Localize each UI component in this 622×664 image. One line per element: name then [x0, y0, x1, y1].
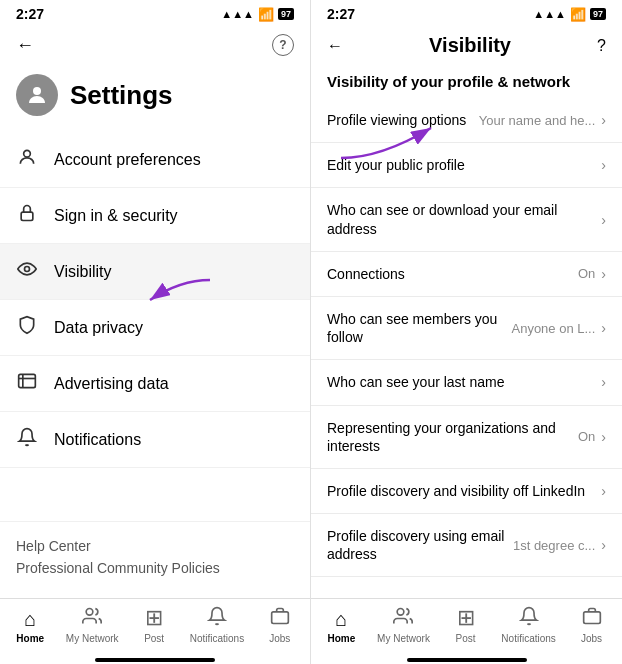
- chevron-profile-viewing: ›: [601, 112, 606, 128]
- help-button-left[interactable]: ?: [272, 34, 294, 56]
- wifi-icon: 📶: [258, 7, 274, 22]
- home-tab-icon-left: ⌂: [24, 608, 36, 631]
- visibility-item-members-follow[interactable]: Who can see members you follow Anyone on…: [311, 297, 622, 360]
- item-right-discovery-email: 1st degree c... ›: [513, 537, 606, 553]
- item-label-members-follow: Who can see members you follow: [327, 310, 511, 346]
- item-label-last-name: Who can see your last name: [327, 373, 601, 391]
- home-tab-label-left: Home: [16, 633, 44, 644]
- account-icon: [16, 147, 38, 172]
- tab-post-left[interactable]: ⊞ Post: [129, 605, 179, 644]
- advertising-label: Advertising data: [54, 375, 169, 393]
- jobs-tab-icon-left: [270, 606, 290, 631]
- item-right-email: ›: [601, 212, 606, 228]
- chevron-last-name: ›: [601, 374, 606, 390]
- home-tab-icon-right: ⌂: [335, 608, 347, 631]
- menu-item-security[interactable]: Sign in & security: [0, 188, 310, 244]
- post-tab-icon-right: ⊞: [457, 605, 475, 631]
- security-icon: [16, 203, 38, 228]
- visibility-list: Profile viewing options Your name and he…: [311, 98, 622, 598]
- battery-right: 97: [590, 8, 606, 20]
- menu-item-advertising[interactable]: Advertising data: [0, 356, 310, 412]
- status-bar-right: 2:27 ▲▲▲ 📶 97: [311, 0, 622, 26]
- community-policies-link[interactable]: Professional Community Policies: [16, 560, 294, 576]
- home-indicator-left: [95, 658, 215, 662]
- svg-point-1: [24, 150, 31, 157]
- visibility-item-discovery-off[interactable]: Profile discovery and visibility off Lin…: [311, 469, 622, 514]
- home-tab-label-right: Home: [327, 633, 355, 644]
- security-label: Sign in & security: [54, 207, 178, 225]
- tab-notifications-left[interactable]: Notifications: [190, 606, 244, 644]
- settings-header: Settings: [0, 64, 310, 132]
- account-label: Account preferences: [54, 151, 201, 169]
- chevron-discovery-off: ›: [601, 483, 606, 499]
- settings-title: Settings: [70, 80, 173, 111]
- tab-jobs-left[interactable]: Jobs: [255, 606, 305, 644]
- wifi-icon-right: 📶: [570, 7, 586, 22]
- tab-jobs-right[interactable]: Jobs: [567, 606, 617, 644]
- network-tab-label-right: My Network: [377, 633, 430, 644]
- item-label-profile-viewing: Profile viewing options: [327, 111, 479, 129]
- chevron-public-profile: ›: [601, 157, 606, 173]
- notifications-tab-label-right: Notifications: [501, 633, 555, 644]
- visibility-page-title: Visibility: [429, 34, 511, 57]
- notifications-tab-label-left: Notifications: [190, 633, 244, 644]
- visibility-item-email[interactable]: Who can see or download your email addre…: [311, 188, 622, 251]
- jobs-tab-label-right: Jobs: [581, 633, 602, 644]
- menu-list: Account preferences Sign in & security V…: [0, 132, 310, 521]
- right-panel: 2:27 ▲▲▲ 📶 97 ← Visibility ? Visibility …: [311, 0, 622, 664]
- data-icon: [16, 315, 38, 340]
- visibility-item-public-profile[interactable]: Edit your public profile ›: [311, 143, 622, 188]
- network-tab-icon-left: [82, 606, 102, 631]
- item-right-members-follow: Anyone on L... ›: [511, 320, 606, 336]
- advertising-icon: [16, 371, 38, 396]
- tab-home-left[interactable]: ⌂ Home: [5, 608, 55, 644]
- item-label-discovery-email: Profile discovery using email address: [327, 527, 513, 563]
- menu-item-notifications[interactable]: Notifications: [0, 412, 310, 468]
- item-label-discovery-off: Profile discovery and visibility off Lin…: [327, 482, 601, 500]
- visibility-icon: [16, 259, 38, 284]
- tab-notifications-right[interactable]: Notifications: [501, 606, 555, 644]
- chevron-members-follow: ›: [601, 320, 606, 336]
- tab-network-right[interactable]: My Network: [377, 606, 430, 644]
- chevron-organizations: ›: [601, 429, 606, 445]
- visibility-item-discovery-email[interactable]: Profile discovery using email address 1s…: [311, 514, 622, 577]
- visibility-item-profile-viewing[interactable]: Profile viewing options Your name and he…: [311, 98, 622, 143]
- item-right-profile-viewing: Your name and he... ›: [479, 112, 606, 128]
- help-center-link[interactable]: Help Center: [16, 538, 294, 554]
- svg-point-0: [33, 87, 41, 95]
- item-right-organizations: On ›: [578, 429, 606, 445]
- back-button-right[interactable]: ←: [327, 37, 343, 55]
- nav-bar-right: ← Visibility ?: [311, 26, 622, 61]
- menu-item-account[interactable]: Account preferences: [0, 132, 310, 188]
- network-tab-icon-right: [393, 606, 413, 631]
- visibility-item-organizations[interactable]: Representing your organizations and inte…: [311, 406, 622, 469]
- visibility-item-connections[interactable]: Connections On ›: [311, 252, 622, 297]
- bottom-links: Help Center Professional Community Polic…: [0, 521, 310, 598]
- tab-network-left[interactable]: My Network: [66, 606, 119, 644]
- tab-bar-left: ⌂ Home My Network ⊞ Post: [0, 598, 310, 654]
- svg-point-3: [25, 267, 30, 272]
- avatar: [16, 74, 58, 116]
- visibility-item-last-name[interactable]: Who can see your last name ›: [311, 360, 622, 405]
- svg-rect-8: [271, 612, 288, 624]
- item-label-organizations: Representing your organizations and inte…: [327, 419, 578, 455]
- data-label: Data privacy: [54, 319, 143, 337]
- svg-rect-11: [583, 612, 600, 624]
- jobs-tab-label-left: Jobs: [269, 633, 290, 644]
- item-right-public-profile: ›: [601, 157, 606, 173]
- menu-item-data[interactable]: Data privacy: [0, 300, 310, 356]
- tab-home-right[interactable]: ⌂ Home: [316, 608, 366, 644]
- nav-bar-left: ← ?: [0, 26, 310, 64]
- tab-bar-right: ⌂ Home My Network ⊞ Post: [311, 598, 622, 654]
- battery-left: 97: [278, 8, 294, 20]
- menu-item-visibility[interactable]: Visibility: [0, 244, 310, 300]
- item-label-email: Who can see or download your email addre…: [327, 201, 601, 237]
- tab-post-right[interactable]: ⊞ Post: [441, 605, 491, 644]
- help-button-right[interactable]: ?: [597, 37, 606, 55]
- item-right-last-name: ›: [601, 374, 606, 390]
- svg-point-10: [398, 609, 405, 616]
- signal-icon-right: ▲▲▲: [533, 8, 566, 20]
- back-button-left[interactable]: ←: [16, 35, 34, 56]
- status-icons-left: ▲▲▲ 📶 97: [221, 7, 294, 22]
- svg-rect-4: [19, 374, 36, 387]
